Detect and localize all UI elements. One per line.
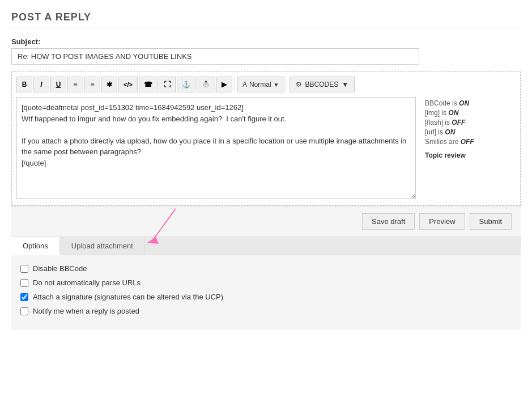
smilies-status: Smilies are OFF bbox=[425, 138, 516, 146]
attach-signature-checkbox[interactable] bbox=[20, 293, 28, 301]
bbcodes-label: BBCODES bbox=[305, 81, 339, 88]
bbcodes-button[interactable]: ⚙ BBCODES ▼ bbox=[290, 77, 355, 92]
subject-input[interactable] bbox=[11, 48, 419, 65]
submit-button[interactable]: Submit bbox=[470, 213, 512, 230]
tab-upload-attachment[interactable]: Upload attachment bbox=[60, 237, 145, 255]
preview-button[interactable]: Preview bbox=[419, 213, 465, 230]
page-wrapper: POST A REPLY Subject: B I U ≡ ≡ ✱ </> ☎ … bbox=[0, 0, 532, 393]
tab-options[interactable]: Options bbox=[11, 237, 60, 255]
flash-status: [flash] is OFF bbox=[425, 119, 516, 126]
page-title: POST A REPLY bbox=[11, 11, 521, 28]
media-button[interactable]: ▶ bbox=[216, 77, 232, 92]
notify-reply-checkbox[interactable] bbox=[20, 307, 28, 315]
tabs-area: Options Upload attachment Disable BBCode… bbox=[11, 236, 521, 330]
link-button[interactable]: ⚓ bbox=[177, 77, 195, 92]
no-parse-urls-checkbox[interactable] bbox=[20, 279, 28, 287]
disable-bbcode-label: Disable BBCode bbox=[33, 264, 87, 273]
notify-reply-label: Notify me when a reply is posted bbox=[33, 307, 139, 315]
underline-button[interactable]: U bbox=[50, 77, 66, 92]
speech-button[interactable]: ☎ bbox=[139, 77, 158, 92]
topic-review-label: Topic review bbox=[425, 151, 516, 159]
save-draft-button[interactable]: Save draft bbox=[362, 213, 415, 230]
toolbar-separator bbox=[235, 78, 235, 91]
no-parse-urls-row: Do not automatically parse URLs bbox=[20, 278, 512, 287]
svg-marker-1 bbox=[147, 237, 159, 244]
list-ordered-button[interactable]: ≡ bbox=[67, 77, 83, 92]
disable-bbcode-row: Disable BBCode bbox=[20, 264, 512, 273]
tab-options-content: Disable BBCode Do not automatically pars… bbox=[11, 255, 521, 330]
toolbar-separator-2 bbox=[287, 78, 287, 91]
editor-sidebar: BBCode is ON [img] is ON [flash] is OFF … bbox=[425, 97, 516, 201]
attach-signature-row: Attach a signature (signatures can be al… bbox=[20, 293, 512, 301]
image-button[interactable]: ⛶ bbox=[159, 77, 176, 92]
normal-dropdown[interactable]: A Normal ▼ bbox=[237, 77, 284, 92]
font-icon: A bbox=[242, 81, 247, 88]
special-button[interactable]: ✱ bbox=[101, 77, 117, 92]
toolbar: B I U ≡ ≡ ✱ </> ☎ ⛶ ⚓ ⛄ ▶ A Normal ▼ ⚙ B… bbox=[16, 77, 516, 92]
code-button[interactable]: </> bbox=[118, 77, 138, 92]
list-unordered-button[interactable]: ≡ bbox=[84, 77, 100, 92]
notify-reply-row: Notify me when a reply is posted bbox=[20, 307, 512, 315]
no-parse-urls-label: Do not automatically parse URLs bbox=[33, 278, 141, 287]
img-status: [img] is ON bbox=[425, 109, 516, 117]
subject-label: Subject: bbox=[11, 37, 521, 46]
bold-button[interactable]: B bbox=[16, 77, 32, 92]
gear-icon: ⚙ bbox=[296, 81, 302, 88]
url-status: [url] is ON bbox=[425, 128, 516, 136]
bbcode-status: BBCode is ON bbox=[425, 99, 516, 107]
subject-row: Subject: bbox=[11, 37, 521, 65]
tabs-row: Options Upload attachment bbox=[11, 237, 521, 255]
action-bar: Save draft Preview Submit bbox=[11, 206, 521, 236]
bbcodes-caret: ▼ bbox=[342, 81, 348, 88]
normal-label: Normal bbox=[249, 81, 271, 88]
reply-textarea[interactable]: [quote=deafmetal post_id=151302 time=168… bbox=[16, 97, 416, 199]
normal-caret: ▼ bbox=[274, 82, 279, 88]
italic-button[interactable]: I bbox=[33, 77, 49, 92]
color-button[interactable]: ⛄ bbox=[197, 77, 215, 92]
disable-bbcode-checkbox[interactable] bbox=[20, 265, 28, 273]
editor-content: [quote=deafmetal post_id=151302 time=168… bbox=[16, 97, 516, 201]
editor-area: B I U ≡ ≡ ✱ </> ☎ ⛶ ⚓ ⛄ ▶ A Normal ▼ ⚙ B… bbox=[11, 71, 521, 206]
attach-signature-label: Attach a signature (signatures can be al… bbox=[33, 293, 223, 301]
editor-textarea-wrapper: [quote=deafmetal post_id=151302 time=168… bbox=[16, 97, 416, 201]
